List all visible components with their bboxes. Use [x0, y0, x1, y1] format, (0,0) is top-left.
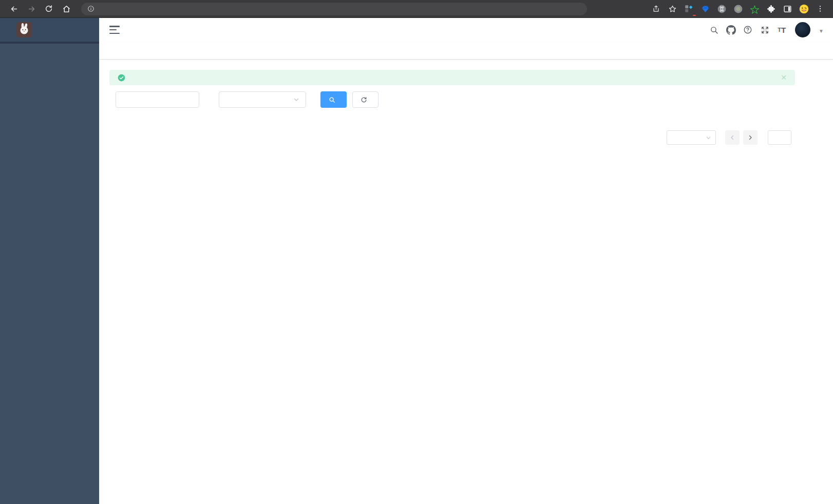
pagination-next-icon[interactable] — [743, 130, 758, 145]
extension-command-icon[interactable] — [714, 2, 729, 16]
extension-badge — [693, 15, 696, 16]
sidebar — [0, 18, 99, 504]
search-form — [109, 91, 795, 108]
tags-view-bar — [99, 42, 833, 60]
caret-down-icon: ▼ — [819, 28, 824, 34]
pagination — [109, 130, 795, 145]
profile-emoji-avatar[interactable] — [796, 2, 811, 16]
top-navbar: TT ▼ — [99, 18, 833, 42]
logo-image — [16, 22, 32, 37]
page-content: ✕ — [99, 60, 833, 145]
extension-sidepanel-icon[interactable] — [780, 2, 795, 16]
page-size-select[interactable] — [667, 130, 716, 145]
goto-page-input[interactable] — [768, 130, 791, 145]
doc-alert: ✕ — [109, 70, 795, 85]
extension-puzzle-icon[interactable] — [763, 2, 779, 16]
browser-address-bar[interactable] — [81, 3, 587, 15]
extension-record-icon[interactable] — [730, 2, 746, 16]
browser-actions — [648, 2, 828, 16]
font-size-icon[interactable]: TT — [775, 23, 788, 36]
bookmark-star-icon[interactable] — [665, 2, 680, 16]
site-info-icon[interactable] — [87, 5, 94, 12]
sidebar-toggle-icon[interactable] — [109, 26, 120, 34]
user-id-field-wrap — [116, 91, 199, 108]
browser-forward-icon[interactable] — [23, 2, 40, 16]
browser-home-icon[interactable] — [58, 2, 75, 16]
chevron-down-icon — [293, 96, 299, 103]
share-icon[interactable] — [648, 2, 664, 16]
sidebar-menu-secondary — [0, 44, 99, 504]
search-button[interactable] — [320, 91, 347, 108]
chevron-down-icon — [706, 135, 711, 141]
app-logo[interactable] — [0, 18, 99, 42]
alert-close-icon[interactable]: ✕ — [781, 73, 787, 82]
fullscreen-icon[interactable] — [758, 23, 771, 36]
browser-back-icon[interactable] — [5, 2, 23, 16]
extension-grid-diamond-icon[interactable] — [681, 2, 696, 16]
extension-star-icon[interactable] — [747, 2, 762, 16]
browser-toolbar — [0, 0, 833, 18]
pagination-prev-icon[interactable] — [725, 130, 740, 145]
user-id-input[interactable] — [122, 95, 193, 104]
help-icon[interactable] — [741, 23, 754, 36]
success-check-icon — [118, 74, 125, 82]
user-menu[interactable]: ▼ — [795, 22, 824, 37]
browser-reload-icon[interactable] — [40, 2, 58, 16]
user-type-select[interactable] — [219, 91, 306, 108]
github-icon[interactable] — [724, 23, 737, 36]
search-icon[interactable] — [707, 23, 721, 36]
reset-button[interactable] — [352, 91, 378, 108]
extension-gem-icon[interactable] — [697, 2, 713, 16]
user-avatar — [795, 22, 810, 37]
browser-menu-icon[interactable] — [812, 2, 828, 16]
